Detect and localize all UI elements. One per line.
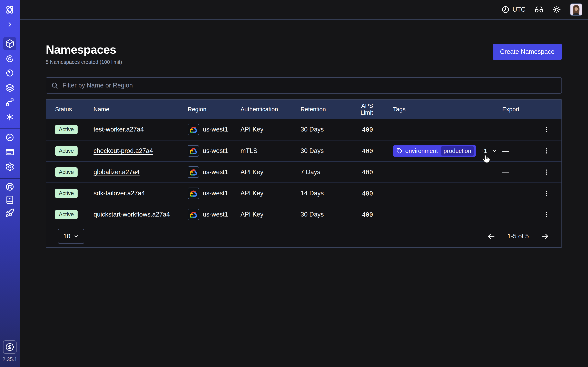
arrow-left-icon — [487, 232, 495, 241]
tags-expand-chevron-icon[interactable] — [491, 148, 498, 154]
row-menu-button[interactable] — [541, 166, 553, 178]
gcp-provider-icon — [188, 188, 199, 199]
sidebar-nav-main — [3, 37, 16, 125]
col-retention: Retention — [301, 106, 347, 113]
namespace-link[interactable]: test-worker.a27a4 — [94, 126, 144, 133]
layers-icon — [5, 83, 15, 92]
col-name: Name — [94, 106, 188, 113]
sidebar-item-usage[interactable] — [3, 131, 16, 144]
tags-cell: environment production +1 — [393, 145, 502, 157]
sidebar-item-billing[interactable] — [3, 146, 16, 159]
credits-button[interactable] — [3, 340, 17, 354]
aps-cell: 400 — [347, 169, 393, 176]
rocket-icon — [5, 208, 15, 217]
region-label: us-west1 — [203, 190, 228, 197]
page-size-select[interactable]: 10 — [58, 229, 84, 244]
namespace-count-subtitle: 5 Namespaces created (100 limit) — [46, 59, 122, 65]
table-row: Active test-worker.a27a4 us-west1 API Ke… — [46, 119, 562, 140]
sidebar-item-nexus[interactable] — [3, 96, 16, 109]
retention-cell: 30 Days — [301, 147, 347, 155]
sidebar-item-observability[interactable] — [3, 52, 16, 65]
main-column: UTC — [20, 0, 588, 367]
page-size-value: 10 — [63, 233, 70, 240]
namespace-link[interactable]: checkout-prod.a27a4 — [94, 147, 153, 154]
row-menu-button[interactable] — [541, 188, 553, 199]
app-root: 2.35.1 UTC — [0, 0, 588, 367]
gear-icon — [5, 162, 15, 171]
kebab-icon — [543, 211, 550, 218]
auth-cell: API Key — [241, 211, 301, 218]
sidebar-expand-chevron-icon[interactable] — [3, 20, 16, 29]
table-row: Active quickstart-workflows.a27a4 us-wes… — [46, 204, 562, 225]
pagination: 1-5 of 5 — [487, 232, 549, 241]
aps-cell: 400 — [347, 147, 393, 155]
region-label: us-west1 — [203, 147, 228, 155]
theme-toggle[interactable] — [553, 5, 561, 14]
aps-cell: 400 — [347, 126, 393, 133]
row-menu-button[interactable] — [541, 209, 553, 220]
sidebar-item-namespaces[interactable] — [3, 37, 16, 50]
col-status: Status — [55, 106, 94, 113]
page-header: Namespaces 5 Namespaces created (100 lim… — [46, 42, 562, 65]
timezone-label: UTC — [512, 6, 526, 13]
sidebar-item-support[interactable] — [3, 181, 16, 193]
temporal-logo-icon[interactable] — [3, 0, 16, 20]
timezone-selector[interactable]: UTC — [502, 6, 526, 14]
gcp-provider-icon — [188, 209, 199, 220]
sidebar-item-settings[interactable] — [3, 160, 16, 173]
namespace-link[interactable]: quickstart-workflows.a27a4 — [94, 211, 170, 218]
filter-input-wrapper — [46, 77, 562, 94]
export-cell: — — [502, 168, 541, 176]
col-tags: Tags — [393, 106, 502, 113]
kebab-icon — [543, 169, 550, 175]
sidebar-item-schedules[interactable] — [3, 67, 16, 80]
export-cell: — — [502, 126, 541, 133]
status-badge: Active — [55, 189, 78, 198]
filter-input[interactable] — [62, 82, 557, 89]
badge-dollar-icon — [5, 342, 14, 351]
namespace-link[interactable]: sdk-failover.a27a4 — [94, 190, 145, 197]
row-menu-button[interactable] — [541, 145, 553, 157]
retention-cell: 14 Days — [301, 190, 347, 197]
row-menu-button[interactable] — [541, 124, 553, 135]
tag-key: environment — [405, 148, 438, 154]
sidebar-nav-help — [3, 181, 16, 220]
arrow-right-icon — [541, 232, 549, 241]
create-namespace-button[interactable]: Create Namespace — [493, 44, 562, 60]
col-export: Export — [502, 106, 541, 113]
sidebar-item-docs[interactable] — [3, 194, 16, 206]
content: Namespaces 5 Namespaces created (100 lim… — [20, 20, 588, 367]
labs-toggle[interactable] — [535, 5, 544, 14]
book-icon — [5, 195, 14, 204]
status-badge: Active — [55, 167, 78, 177]
table-row: Active globalizer.a27a4 us-west1 API Key… — [46, 161, 562, 183]
sidebar-divider — [0, 128, 20, 129]
prev-page-button[interactable] — [487, 232, 495, 241]
region-label: us-west1 — [203, 126, 228, 133]
sidebar-item-getting-started[interactable] — [3, 207, 16, 219]
retention-cell: 30 Days — [301, 126, 347, 133]
table-footer: 10 1-5 of 5 — [46, 225, 562, 247]
region-label: us-west1 — [203, 168, 228, 176]
clock-icon — [502, 6, 510, 14]
gcp-provider-icon — [188, 145, 199, 157]
user-avatar[interactable] — [570, 3, 582, 16]
sidebar-item-integrations[interactable] — [3, 110, 16, 124]
sidebar-divider — [0, 178, 20, 179]
auth-cell: API Key — [241, 168, 301, 176]
gcp-provider-icon — [188, 124, 199, 135]
col-aps-limit: APS Limit — [347, 103, 393, 116]
export-cell: — — [502, 211, 541, 218]
sidebar-item-batch[interactable] — [3, 81, 16, 94]
tag-icon — [397, 148, 402, 154]
eye-spiral-icon — [5, 54, 15, 63]
tags-more-count: +1 — [480, 147, 487, 154]
next-page-button[interactable] — [541, 232, 549, 241]
table-header-row: Status Name Region Authentication Retent… — [46, 100, 562, 119]
kebab-icon — [543, 190, 550, 197]
cube-icon — [5, 39, 15, 48]
auth-cell: mTLS — [241, 147, 301, 155]
tag-chip[interactable]: environment production — [393, 145, 476, 157]
table-row: Active sdk-failover.a27a4 us-west1 API K… — [46, 183, 562, 204]
namespace-link[interactable]: globalizer.a27a4 — [94, 168, 140, 175]
